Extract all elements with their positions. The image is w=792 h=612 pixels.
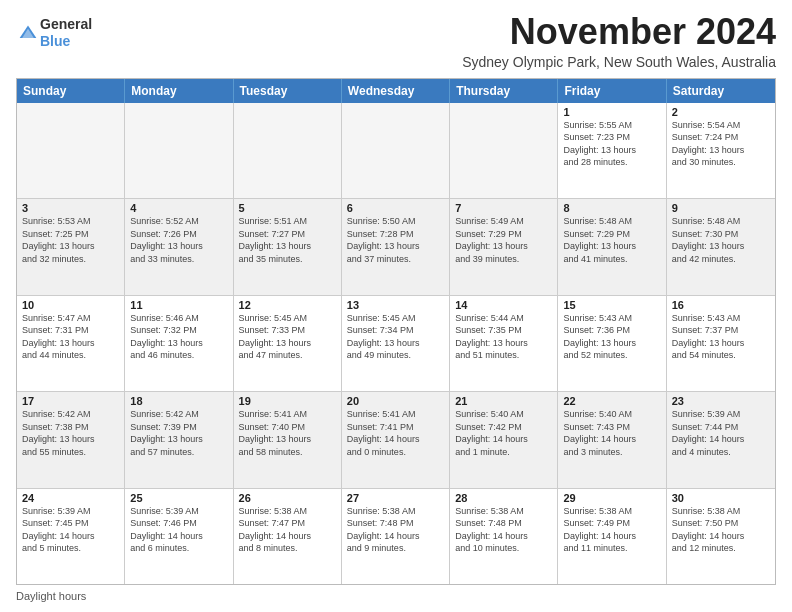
day-number: 15 [563,299,660,311]
day-number: 9 [672,202,770,214]
calendar-cell-r3-c3: 20Sunrise: 5:41 AM Sunset: 7:41 PM Dayli… [342,392,450,487]
day-info: Sunrise: 5:40 AM Sunset: 7:43 PM Dayligh… [563,408,660,458]
day-number: 8 [563,202,660,214]
day-info: Sunrise: 5:39 AM Sunset: 7:44 PM Dayligh… [672,408,770,458]
calendar-row-3: 17Sunrise: 5:42 AM Sunset: 7:38 PM Dayli… [17,391,775,487]
day-number: 16 [672,299,770,311]
day-info: Sunrise: 5:38 AM Sunset: 7:48 PM Dayligh… [455,505,552,555]
day-number: 6 [347,202,444,214]
calendar-cell-r3-c6: 23Sunrise: 5:39 AM Sunset: 7:44 PM Dayli… [667,392,775,487]
header-day-sunday: Sunday [17,79,125,103]
calendar-cell-r3-c2: 19Sunrise: 5:41 AM Sunset: 7:40 PM Dayli… [234,392,342,487]
day-info: Sunrise: 5:40 AM Sunset: 7:42 PM Dayligh… [455,408,552,458]
calendar-cell-r4-c4: 28Sunrise: 5:38 AM Sunset: 7:48 PM Dayli… [450,489,558,584]
header-day-tuesday: Tuesday [234,79,342,103]
calendar-cell-r4-c0: 24Sunrise: 5:39 AM Sunset: 7:45 PM Dayli… [17,489,125,584]
day-info: Sunrise: 5:41 AM Sunset: 7:40 PM Dayligh… [239,408,336,458]
day-number: 27 [347,492,444,504]
calendar-cell-r0-c5: 1Sunrise: 5:55 AM Sunset: 7:23 PM Daylig… [558,103,666,198]
day-number: 4 [130,202,227,214]
day-info: Sunrise: 5:39 AM Sunset: 7:46 PM Dayligh… [130,505,227,555]
calendar-cell-r2-c1: 11Sunrise: 5:46 AM Sunset: 7:32 PM Dayli… [125,296,233,391]
day-info: Sunrise: 5:43 AM Sunset: 7:37 PM Dayligh… [672,312,770,362]
day-number: 25 [130,492,227,504]
day-number: 21 [455,395,552,407]
day-number: 24 [22,492,119,504]
calendar-row-4: 24Sunrise: 5:39 AM Sunset: 7:45 PM Dayli… [17,488,775,584]
logo: General Blue [16,16,92,50]
calendar-cell-r3-c1: 18Sunrise: 5:42 AM Sunset: 7:39 PM Dayli… [125,392,233,487]
day-info: Sunrise: 5:38 AM Sunset: 7:47 PM Dayligh… [239,505,336,555]
header-day-wednesday: Wednesday [342,79,450,103]
day-number: 10 [22,299,119,311]
day-number: 29 [563,492,660,504]
calendar-cell-r1-c3: 6Sunrise: 5:50 AM Sunset: 7:28 PM Daylig… [342,199,450,294]
calendar-cell-r2-c6: 16Sunrise: 5:43 AM Sunset: 7:37 PM Dayli… [667,296,775,391]
logo-text: General Blue [40,16,92,50]
calendar-cell-r3-c4: 21Sunrise: 5:40 AM Sunset: 7:42 PM Dayli… [450,392,558,487]
day-info: Sunrise: 5:45 AM Sunset: 7:34 PM Dayligh… [347,312,444,362]
day-number: 7 [455,202,552,214]
day-number: 18 [130,395,227,407]
day-info: Sunrise: 5:41 AM Sunset: 7:41 PM Dayligh… [347,408,444,458]
day-number: 1 [563,106,660,118]
day-number: 13 [347,299,444,311]
day-info: Sunrise: 5:44 AM Sunset: 7:35 PM Dayligh… [455,312,552,362]
header-day-saturday: Saturday [667,79,775,103]
header-day-thursday: Thursday [450,79,558,103]
day-number: 28 [455,492,552,504]
day-number: 2 [672,106,770,118]
calendar-row-0: 1Sunrise: 5:55 AM Sunset: 7:23 PM Daylig… [17,103,775,198]
calendar-cell-r0-c4 [450,103,558,198]
calendar-cell-r3-c0: 17Sunrise: 5:42 AM Sunset: 7:38 PM Dayli… [17,392,125,487]
day-info: Sunrise: 5:42 AM Sunset: 7:38 PM Dayligh… [22,408,119,458]
calendar-row-2: 10Sunrise: 5:47 AM Sunset: 7:31 PM Dayli… [17,295,775,391]
header-day-friday: Friday [558,79,666,103]
logo-icon [18,23,38,43]
day-info: Sunrise: 5:48 AM Sunset: 7:29 PM Dayligh… [563,215,660,265]
calendar-cell-r1-c5: 8Sunrise: 5:48 AM Sunset: 7:29 PM Daylig… [558,199,666,294]
day-info: Sunrise: 5:52 AM Sunset: 7:26 PM Dayligh… [130,215,227,265]
calendar-cell-r4-c1: 25Sunrise: 5:39 AM Sunset: 7:46 PM Dayli… [125,489,233,584]
day-info: Sunrise: 5:43 AM Sunset: 7:36 PM Dayligh… [563,312,660,362]
calendar-cell-r0-c0 [17,103,125,198]
day-number: 3 [22,202,119,214]
day-info: Sunrise: 5:55 AM Sunset: 7:23 PM Dayligh… [563,119,660,169]
day-info: Sunrise: 5:46 AM Sunset: 7:32 PM Dayligh… [130,312,227,362]
calendar-cell-r2-c4: 14Sunrise: 5:44 AM Sunset: 7:35 PM Dayli… [450,296,558,391]
calendar-cell-r3-c5: 22Sunrise: 5:40 AM Sunset: 7:43 PM Dayli… [558,392,666,487]
footer: Daylight hours [16,590,776,602]
calendar-cell-r0-c1 [125,103,233,198]
calendar-body: 1Sunrise: 5:55 AM Sunset: 7:23 PM Daylig… [17,103,775,584]
calendar-row-1: 3Sunrise: 5:53 AM Sunset: 7:25 PM Daylig… [17,198,775,294]
day-number: 20 [347,395,444,407]
day-info: Sunrise: 5:49 AM Sunset: 7:29 PM Dayligh… [455,215,552,265]
calendar-cell-r0-c6: 2Sunrise: 5:54 AM Sunset: 7:24 PM Daylig… [667,103,775,198]
day-number: 22 [563,395,660,407]
logo-blue-text: Blue [40,33,70,49]
day-number: 23 [672,395,770,407]
page: General Blue November 2024 Sydney Olympi… [0,0,792,612]
day-number: 11 [130,299,227,311]
day-number: 5 [239,202,336,214]
day-info: Sunrise: 5:38 AM Sunset: 7:48 PM Dayligh… [347,505,444,555]
calendar: SundayMondayTuesdayWednesdayThursdayFrid… [16,78,776,585]
day-info: Sunrise: 5:39 AM Sunset: 7:45 PM Dayligh… [22,505,119,555]
day-info: Sunrise: 5:38 AM Sunset: 7:50 PM Dayligh… [672,505,770,555]
header: General Blue November 2024 Sydney Olympi… [16,12,776,70]
day-number: 19 [239,395,336,407]
calendar-cell-r2-c3: 13Sunrise: 5:45 AM Sunset: 7:34 PM Dayli… [342,296,450,391]
day-info: Sunrise: 5:50 AM Sunset: 7:28 PM Dayligh… [347,215,444,265]
logo-general-text: General [40,16,92,32]
day-info: Sunrise: 5:42 AM Sunset: 7:39 PM Dayligh… [130,408,227,458]
day-info: Sunrise: 5:53 AM Sunset: 7:25 PM Dayligh… [22,215,119,265]
calendar-cell-r4-c6: 30Sunrise: 5:38 AM Sunset: 7:50 PM Dayli… [667,489,775,584]
day-info: Sunrise: 5:47 AM Sunset: 7:31 PM Dayligh… [22,312,119,362]
month-title: November 2024 [462,12,776,52]
calendar-cell-r1-c1: 4Sunrise: 5:52 AM Sunset: 7:26 PM Daylig… [125,199,233,294]
calendar-cell-r1-c0: 3Sunrise: 5:53 AM Sunset: 7:25 PM Daylig… [17,199,125,294]
subtitle: Sydney Olympic Park, New South Wales, Au… [462,54,776,70]
footer-text: Daylight hours [16,590,86,602]
day-number: 30 [672,492,770,504]
calendar-cell-r2-c2: 12Sunrise: 5:45 AM Sunset: 7:33 PM Dayli… [234,296,342,391]
